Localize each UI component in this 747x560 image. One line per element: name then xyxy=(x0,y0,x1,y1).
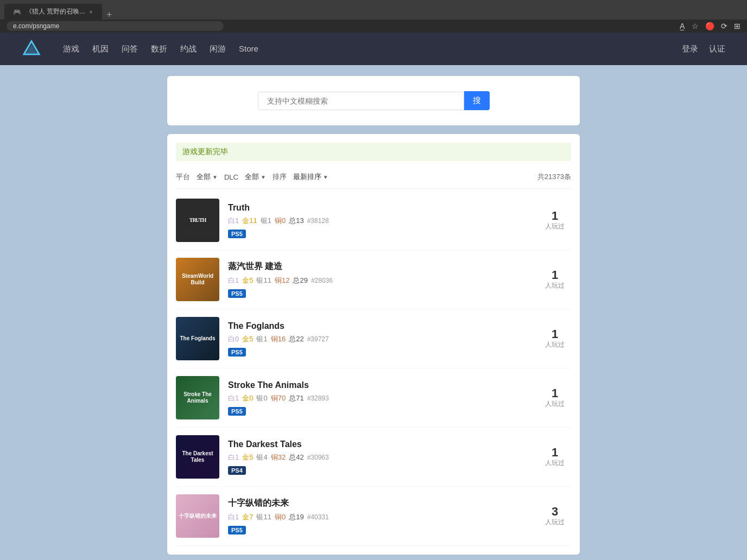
play-num-4: 1 xyxy=(539,387,571,399)
nav-qa[interactable]: 问答 xyxy=(122,44,138,54)
trophy-plat-2: 白1 xyxy=(228,276,239,285)
play-count-4: 1 人玩过 xyxy=(539,387,571,409)
game-info-3: The Foglands 白0 金5 银1 铜16 总22 #39727 PS5 xyxy=(228,321,530,357)
auth-button[interactable]: 认证 xyxy=(709,44,725,54)
trophy-plat-1: 白1 xyxy=(228,216,239,226)
tab-close-button[interactable]: × xyxy=(89,9,92,15)
play-num-1: 1 xyxy=(539,210,571,222)
trophy-bronze-1: 铜0 xyxy=(275,216,286,226)
play-count-6: 3 人玩过 xyxy=(539,506,571,527)
menu-icon[interactable]: ⊞ xyxy=(734,22,740,30)
nav-games[interactable]: 游戏 xyxy=(63,44,79,54)
play-num-6: 3 xyxy=(539,506,571,518)
game-info-2: 蒸汽世界 建造 白1 金5 银11 铜12 总29 #28036 PS5 xyxy=(228,261,530,298)
game-item-1[interactable]: TRUTH Truth 白1 金11 银1 铜0 总13 #38128 PS5 … xyxy=(176,191,571,250)
game-thumb-1: TRUTH xyxy=(176,199,219,242)
game-thumb-5: The Darkest Tales xyxy=(176,435,219,479)
login-button[interactable]: 登录 xyxy=(682,44,698,54)
search-input[interactable] xyxy=(258,92,464,110)
trophy-row-1: 白1 金11 银1 铜0 总13 #38128 xyxy=(228,216,530,226)
game-item-5[interactable]: The Darkest Tales The Darkest Tales 白1 金… xyxy=(176,428,571,487)
nav-discount[interactable]: 数折 xyxy=(151,44,167,54)
game-title-6: 十字纵错的未来 xyxy=(228,498,530,509)
play-label-1: 人玩过 xyxy=(539,222,571,231)
nav-battle[interactable]: 约战 xyxy=(180,44,197,54)
trophy-total-1: 总13 xyxy=(289,216,303,226)
trophy-plat-4: 白1 xyxy=(228,393,239,403)
new-tab-button[interactable]: + xyxy=(102,10,117,20)
trophy-id-1: #38128 xyxy=(307,217,329,225)
tab-title: 《猎人 荒野的召唤... xyxy=(26,7,85,16)
trophy-id-5: #30963 xyxy=(307,454,329,461)
play-label-3: 人玩过 xyxy=(539,340,571,349)
trophy-silver-3: 银1 xyxy=(256,334,267,344)
platform-dropdown[interactable]: 全部 ▼ xyxy=(197,172,218,182)
trophy-total-4: 总71 xyxy=(289,393,303,403)
trophy-bronze-2: 铜12 xyxy=(275,276,289,285)
trophy-id-3: #39727 xyxy=(307,335,329,343)
trophy-plat-5: 白1 xyxy=(228,453,239,462)
game-title-2: 蒸汽世界 建造 xyxy=(228,261,530,272)
game-item-6[interactable]: 十字纵错的未来 十字纵错的未来 白1 金7 银11 铜0 总19 #40331 … xyxy=(176,487,571,546)
game-item-2[interactable]: SteamWorld Build 蒸汽世界 建造 白1 金5 银11 铜12 总… xyxy=(176,250,571,309)
browser-chrome: 🎮 《猎人 荒野的召唤... × + A̲ ☆ 🔴 ⟳ ⊞ xyxy=(0,0,747,33)
nav-cause[interactable]: 机因 xyxy=(92,44,109,54)
reader-mode-icon[interactable]: A̲ xyxy=(680,22,685,30)
play-count-5: 1 人玩过 xyxy=(539,447,571,468)
trophy-row-6: 白1 金7 银11 铜0 总19 #40331 xyxy=(228,512,530,522)
trophy-silver-6: 银11 xyxy=(256,512,271,522)
site-logo[interactable] xyxy=(22,39,41,59)
nav-store[interactable]: Store xyxy=(239,44,258,54)
trophy-gold-1: 金11 xyxy=(242,216,257,226)
trophy-silver-2: 银11 xyxy=(256,276,271,285)
platform-arrow-icon: ▼ xyxy=(212,174,218,180)
update-notice: 游戏更新完毕 xyxy=(176,143,571,161)
trophy-id-4: #32893 xyxy=(307,394,329,402)
platform-badge-5: PS4 xyxy=(228,466,246,475)
sort-value: 最新排序 xyxy=(293,172,321,182)
trophy-gold-4: 金0 xyxy=(242,393,253,403)
play-count-3: 1 人玩过 xyxy=(539,328,571,349)
thumb-text-2: SteamWorld Build xyxy=(176,258,219,301)
trophy-gold-2: 金5 xyxy=(242,276,253,285)
sort-arrow-icon: ▼ xyxy=(323,174,328,180)
trophy-silver-1: 银1 xyxy=(261,216,271,226)
thumb-text-3: The Foglands xyxy=(176,317,219,360)
platform-badge-2: PS5 xyxy=(228,289,246,298)
trophy-id-6: #40331 xyxy=(307,513,329,521)
dlc-dropdown[interactable]: 全部 ▼ xyxy=(245,172,266,182)
bookmark-icon[interactable]: ☆ xyxy=(692,22,699,30)
trophy-id-2: #28036 xyxy=(311,277,333,284)
refresh-icon[interactable]: ⟳ xyxy=(721,22,727,30)
play-count-1: 1 人玩过 xyxy=(539,210,571,231)
sort-dropdown[interactable]: 最新排序 ▼ xyxy=(293,172,328,182)
main-nav: 游戏 机因 问答 数折 约战 闲游 Store xyxy=(63,44,258,54)
nav-idle[interactable]: 闲游 xyxy=(210,44,226,54)
search-button[interactable]: 搜 xyxy=(464,91,490,110)
game-item-4[interactable]: Stroke The Animals Stroke The Animals 白1… xyxy=(176,368,571,428)
game-info-6: 十字纵错的未来 白1 金7 银11 铜0 总19 #40331 PS5 xyxy=(228,498,530,534)
play-label-4: 人玩过 xyxy=(539,399,571,409)
play-label-6: 人玩过 xyxy=(539,518,571,527)
game-item-3[interactable]: The Foglands The Foglands 白0 金5 银1 铜16 总… xyxy=(176,309,571,368)
game-info-5: The Darkest Tales 白1 金5 银4 铜32 总42 #3096… xyxy=(228,440,530,475)
games-container: 游戏更新完毕 平台 全部 ▼ DLC 全部 ▼ 排序 最新排序 ▼ 共21373… xyxy=(167,134,580,555)
game-title-1: Truth xyxy=(228,203,530,213)
sort-label: 排序 xyxy=(273,172,287,182)
trophy-total-6: 总19 xyxy=(289,512,303,522)
play-label-2: 人玩过 xyxy=(539,281,571,290)
game-thumb-2: SteamWorld Build xyxy=(176,258,219,301)
extension-icon[interactable]: 🔴 xyxy=(705,22,714,30)
active-tab[interactable]: 🎮 《猎人 荒野的召唤... × xyxy=(4,4,102,20)
main-content: 搜 游戏更新完毕 平台 全部 ▼ DLC 全部 ▼ 排序 最新排序 ▼ 共213… xyxy=(167,65,580,560)
play-num-5: 1 xyxy=(539,447,571,459)
play-label-5: 人玩过 xyxy=(539,459,571,468)
url-input[interactable] xyxy=(7,21,224,31)
browser-icons: A̲ ☆ 🔴 ⟳ ⊞ xyxy=(680,22,740,30)
game-title-5: The Darkest Tales xyxy=(228,440,530,449)
trophy-total-2: 总29 xyxy=(293,276,307,285)
thumb-text-6: 十字纵错的未来 xyxy=(176,494,219,538)
trophy-plat-6: 白1 xyxy=(228,512,239,522)
trophy-bronze-5: 铜32 xyxy=(271,453,286,462)
trophy-gold-3: 金5 xyxy=(242,334,253,344)
